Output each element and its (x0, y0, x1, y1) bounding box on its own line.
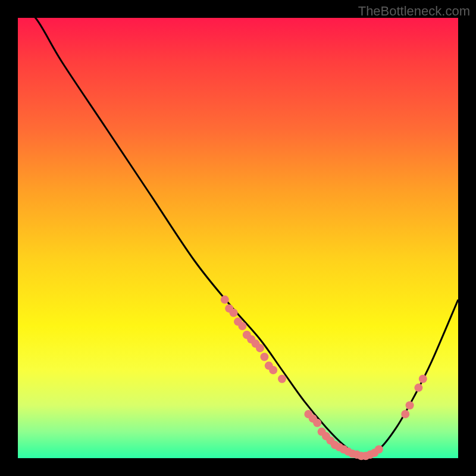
data-point (406, 401, 414, 409)
data-point (401, 410, 409, 418)
chart-svg (18, 18, 458, 458)
watermark-text: TheBottleneck.com (358, 4, 470, 19)
data-point (256, 344, 264, 352)
data-point (221, 296, 229, 304)
data-point (419, 375, 427, 383)
data-point (269, 366, 277, 374)
data-points-group (221, 296, 427, 461)
data-point (278, 375, 286, 383)
data-point (375, 445, 383, 453)
chart-plot-area (18, 18, 458, 458)
data-point (414, 384, 422, 392)
data-point (238, 322, 246, 330)
data-point (260, 353, 268, 361)
data-point (313, 419, 321, 427)
data-point (230, 309, 238, 317)
bottleneck-curve (18, 9, 458, 456)
